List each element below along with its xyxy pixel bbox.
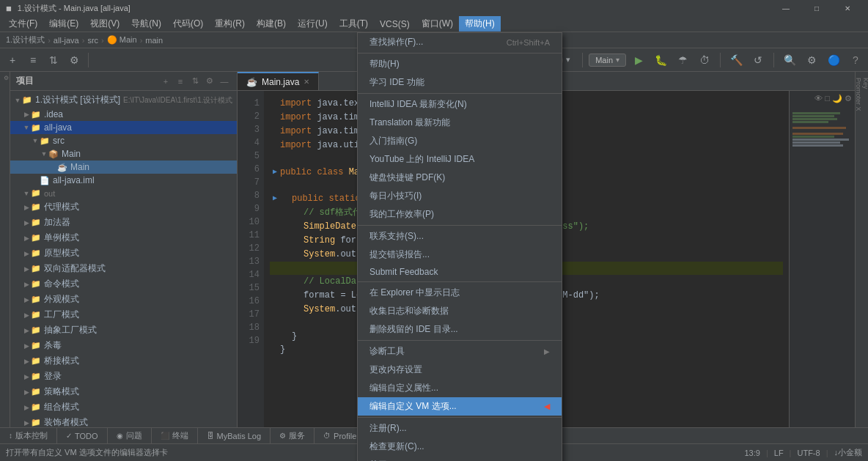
menu-learn-ide[interactable]: 学习 IDE 功能 [358, 73, 562, 92]
bottom-tab-services[interactable]: ⚙ 服务 [271, 428, 315, 443]
menu-collect-logs[interactable]: 收集日志和诊断数据 [358, 302, 562, 320]
menu-run[interactable]: 运行(U) [292, 16, 334, 32]
tree-item-main-java[interactable]: ☕ Main [10, 161, 237, 174]
run-config-selector[interactable]: Main ▾ [589, 54, 626, 67]
coverage-button[interactable]: ☂ [673, 51, 692, 70]
tree-item-adapter2way[interactable]: ▶📁双向适配器模式 [10, 261, 237, 276]
toolbar-sort[interactable]: ⇅ [44, 51, 63, 70]
side-icon-1[interactable]: ⚙ [0, 75, 10, 81]
notifications[interactable]: 🔵 [824, 51, 843, 70]
debug-button[interactable]: 🐛 [651, 51, 670, 70]
panel-btn-sort[interactable]: ⇅ [188, 75, 202, 88]
tree-item-proxy[interactable]: ▶📁代理模式 [10, 199, 237, 215]
menu-tip-of-day[interactable]: 每日小技巧(I) [358, 187, 562, 205]
menu-view[interactable]: 视图(V) [84, 16, 125, 32]
tree-item-factory[interactable]: ▶📁工厂模式 [10, 307, 237, 322]
close-button[interactable]: ✕ [833, 0, 862, 16]
menu-tools[interactable]: 工具(T) [334, 16, 374, 32]
rebuild-button[interactable]: ↺ [749, 51, 768, 70]
toolbar-add[interactable]: + [3, 51, 22, 70]
menu-productivity[interactable]: 我的工作效率(P) [358, 205, 562, 224]
menu-find-action[interactable]: 查找操作(F)... Ctrl+Shift+A [358, 33, 562, 51]
status-info[interactable]: ↓小金额 [834, 447, 863, 458]
tab-close-btn[interactable]: ✕ [304, 78, 309, 86]
tree-item-abstract-factory[interactable]: ▶📁抽象工厂模式 [10, 322, 237, 338]
tab-main-java[interactable]: ☕ Main.java ✕ [238, 72, 319, 90]
tree-item-decorator[interactable]: ▶📁装饰者模式 [10, 415, 237, 427]
tree-item-facade[interactable]: ▶📁外观模式 [10, 292, 237, 307]
maximize-button[interactable]: □ [802, 0, 831, 16]
bottom-tab-mybatis[interactable]: 🗄 MyBatis Log [198, 428, 271, 443]
tree-item-root[interactable]: ▼ 📁 1.设计模式 [设计模式] E:\IT\Java\IDEA\1.firs… [10, 92, 237, 108]
menu-getting-started[interactable]: 入门指南(G) [358, 132, 562, 150]
tree-item-strategy[interactable]: ▶📁策略模式 [10, 384, 237, 399]
menu-edit[interactable]: 编辑(E) [43, 16, 84, 32]
run-button[interactable]: ▶ [629, 51, 648, 70]
menu-keyboard-pdf[interactable]: 键盘快捷键 PDF(K) [358, 169, 562, 187]
gear-icon[interactable]: ⚙ [845, 94, 852, 103]
build-button[interactable]: 🔨 [727, 51, 746, 70]
panel-btn-add[interactable]: + [159, 75, 172, 88]
bottom-tab-problems[interactable]: ◉ 问题 [108, 428, 152, 443]
key-promoter-icon[interactable]: Key Promoter X [856, 75, 868, 119]
menu-vcs[interactable]: VCS(S) [374, 18, 416, 31]
menu-edit-custom-props[interactable]: 编辑自定义属性... [358, 379, 562, 397]
tree-item-src[interactable]: ▼ 📁 src [10, 134, 237, 147]
menu-help-h[interactable]: 帮助(H) [358, 55, 562, 73]
menu-show-logs[interactable]: 在 Explorer 中显示日志 [358, 284, 562, 302]
menu-whats-new[interactable]: IntelliJ IDEA 最新变化(N) [358, 95, 562, 114]
menu-diagnostic-tools[interactable]: 诊断工具 ▶ [358, 342, 562, 361]
moon-icon[interactable]: 🌙 [832, 94, 842, 103]
menu-submit-feedback[interactable]: Submit Feedback [358, 264, 562, 280]
menu-register[interactable]: 注册(R)... [358, 419, 562, 438]
tree-item-adder[interactable]: ▶📁加法器 [10, 215, 237, 230]
tree-item-prototype[interactable]: ▶📁原型模式 [10, 246, 237, 261]
tree-item-bridge[interactable]: ▶📁桥接模式 [10, 353, 237, 369]
search-everywhere[interactable]: 🔍 [780, 51, 799, 70]
tree-item-singleton[interactable]: ▶📁单例模式 [10, 230, 237, 246]
eye-icon[interactable]: 👁 [814, 94, 823, 103]
status-lf[interactable]: LF [774, 449, 784, 457]
minimize-button[interactable]: — [771, 0, 801, 16]
breadcrumb-src[interactable]: src [87, 36, 98, 45]
panel-btn-collapse[interactable]: — [218, 75, 231, 88]
tree-item-antivirus[interactable]: ▶📁杀毒 [10, 338, 237, 353]
menu-code[interactable]: 代码(O) [167, 16, 209, 32]
menu-help[interactable]: 帮助(H) [459, 16, 501, 32]
breadcrumb-project[interactable]: 1.设计模式 [6, 34, 45, 45]
breadcrumb-module[interactable]: all-java [54, 36, 79, 45]
menu-delete-ide-dirs[interactable]: 删除残留的 IDE 目录... [358, 320, 562, 339]
tree-item-login[interactable]: ▶📁登录 [10, 369, 237, 384]
bottom-tab-todo[interactable]: ✓ TODO [57, 428, 108, 443]
bottom-tab-terminal[interactable]: ⬛ 终端 [152, 428, 198, 443]
menu-window[interactable]: 窗口(W) [416, 16, 459, 32]
toolbar-settings[interactable]: ⚙ [65, 51, 84, 70]
menu-navigate[interactable]: 导航(N) [125, 16, 167, 32]
menu-youtube[interactable]: YouTube 上的 IntelliJ IDEA [358, 150, 562, 169]
status-charset[interactable]: UTF-8 [797, 449, 820, 457]
menu-change-memory[interactable]: 更改内存设置 [358, 361, 562, 379]
breadcrumb-method[interactable]: main [145, 36, 163, 45]
bottom-tab-vcs[interactable]: ↕ 版本控制 [0, 428, 57, 443]
menu-build[interactable]: 构建(B) [251, 16, 292, 32]
profile-button[interactable]: ⏱ [695, 51, 714, 70]
menu-edit-vm-options[interactable]: 编辑自定义 VM 选项... ◀ [358, 397, 562, 416]
menu-translation-new[interactable]: Translation 最新功能 [358, 114, 562, 132]
status-position[interactable]: 13:9 [744, 449, 760, 457]
tree-item-alljava[interactable]: ▼ 📁 all-java [10, 121, 237, 134]
menu-check-updates[interactable]: 检查更新(C)... [358, 438, 562, 456]
tree-item-command[interactable]: ▶📁命令模式 [10, 276, 237, 292]
panel-btn-layout[interactable]: ≡ [174, 75, 187, 88]
tree-item-iml[interactable]: 📄 all-java.iml [10, 174, 237, 187]
panel-btn-settings[interactable]: ⚙ [203, 75, 216, 88]
minimap-icon[interactable]: □ [825, 94, 830, 103]
menu-refactor[interactable]: 重构(R) [209, 16, 251, 32]
menu-about[interactable]: 关于(A) [358, 456, 562, 461]
settings-main[interactable]: ⚙ [802, 51, 821, 70]
menu-contact-support[interactable]: 联系支持(S)... [358, 227, 562, 246]
menu-submit-bug[interactable]: 提交错误报告... [358, 246, 562, 264]
tree-item-idea[interactable]: ▶ 📁 .idea [10, 108, 237, 121]
tree-item-composite[interactable]: ▶📁组合模式 [10, 399, 237, 415]
tree-item-main-package[interactable]: ▼ 📦 Main [10, 147, 237, 161]
breadcrumb-class[interactable]: 🟠 Main [107, 35, 137, 45]
